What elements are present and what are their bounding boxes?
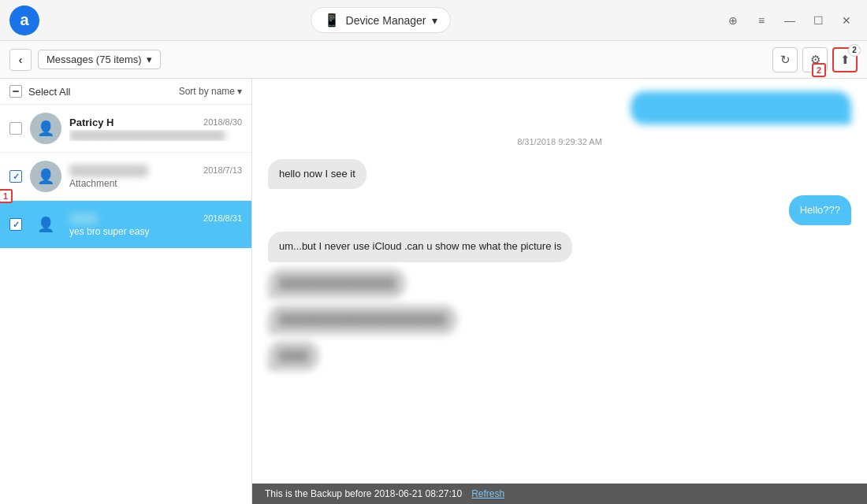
right-panel: 8/31/2018 9:29:32 AM hello now I see it … [252,79,867,504]
contact-info: ██████████ 2018/7/13 Attachment [69,165,242,189]
sort-button[interactable]: Sort by name ▾ [179,86,242,97]
contact-name: Patricy H [69,117,113,128]
titlebar: a 📱 Device Manager ▾ ⊕ ≡ — ☐ ✕ [0,0,867,41]
minus-icon [13,91,19,92]
contact-name: ██████████ [69,165,148,176]
contact-info: Patricy H 2018/8/30 ██████████ █████████… [69,117,242,141]
contact-item[interactable]: 👤 ██████████ 2018/7/13 Attachment 1 [0,153,251,201]
contact-preview: ██████████ ████████████ [69,130,242,141]
avatar: 👤 [30,209,61,240]
contact-item[interactable]: 👤 Patricy H 2018/8/30 ██████████ ███████… [0,105,251,153]
device-manager-label: Device Manager [346,14,426,27]
message-bubble: ███████████████████████ [268,305,457,335]
contact-checkbox[interactable] [9,122,22,135]
messages-label: Messages (75 items) [47,54,142,65]
annotation-label-1: 1 [0,189,13,203]
message-row: um...but I never use iCloud .can u show … [268,232,851,261]
export-badge: 2 [848,44,861,57]
device-icon: 📱 [324,13,340,28]
select-all-checkbox[interactable] [9,85,22,98]
contact-header: ███ 2018/8/31 [69,213,242,224]
select-all-bar: Select All Sort by name ▾ [0,79,251,105]
dropdown-arrow-icon: ▾ [147,54,152,65]
app-logo: a [9,6,39,35]
blurred-preview: ██████████ ████████████ [69,130,225,141]
message-bubble [631,91,851,124]
search-button[interactable]: ⊕ [722,9,744,32]
export-icon: ⬆ [840,53,850,67]
main-content: Select All Sort by name ▾ 👤 Patricy H 20… [0,79,867,504]
chat-area: 8/31/2018 9:29:32 AM hello now I see it … [252,79,867,484]
contact-date: 2018/8/31 [203,213,242,223]
chat-timestamp: 8/31/2018 9:29:32 AM [268,137,851,146]
maximize-button[interactable]: ☐ [807,9,829,32]
contact-preview: Attachment [69,178,242,189]
message-bubble: hello now I see it [268,159,367,189]
window-controls: ⊕ ≡ — ☐ ✕ [722,9,858,32]
status-message: This is the Backup before 2018-06-21 08:… [265,488,462,499]
left-panel: Select All Sort by name ▾ 👤 Patricy H 20… [0,79,252,504]
annotation-label-2: 2 [812,63,826,77]
message-bubble: ████ [268,341,319,371]
message-bubble: Hello??? [789,195,851,225]
message-row [268,91,851,124]
device-manager-button[interactable]: 📱 Device Manager ▾ [311,7,452,33]
refresh-button[interactable]: ↻ [772,47,798,72]
contact-item[interactable]: 👤 ███ 2018/8/31 yes bro super easy [0,201,251,249]
contact-list: 👤 Patricy H 2018/8/30 ██████████ ███████… [0,105,251,504]
message-bubble: um...but I never use iCloud .can u show … [268,232,572,261]
messages-dropdown[interactable]: Messages (75 items) ▾ [38,50,161,69]
select-all-label: Select All [28,86,70,98]
contact-header: ██████████ 2018/7/13 [69,165,242,176]
contact-name: ███ [69,213,98,224]
status-refresh-link[interactable]: Refresh [471,488,504,499]
titlebar-center: 📱 Device Manager ▾ [39,7,722,33]
close-button[interactable]: ✕ [835,9,858,32]
contact-header: Patricy H 2018/8/30 [69,117,242,128]
message-row: hello now I see it [268,159,851,189]
contact-checkbox[interactable] [9,170,22,183]
status-bar: This is the Backup before 2018-06-21 08:… [252,484,867,504]
message-row: Hello??? [268,195,851,225]
message-row: ███████████████████████ [268,305,851,335]
dropdown-arrow-icon: ▾ [432,14,437,27]
minimize-button[interactable]: — [779,9,801,32]
toolbar: ‹ Messages (75 items) ▾ ↻ ⚙ ⬆ 2 [0,41,867,79]
menu-button[interactable]: ≡ [750,9,772,32]
export-button[interactable]: ⬆ 2 [832,47,858,72]
contact-info: ███ 2018/8/31 yes bro super easy [69,213,242,237]
message-row: ████ [268,341,851,371]
back-button[interactable]: ‹ [9,49,32,71]
message-bubble: ████████████████ [268,269,406,298]
contact-preview: yes bro super easy [69,226,242,237]
message-row: ████████████████ [268,269,851,298]
contact-checkbox[interactable] [9,218,22,231]
avatar: 👤 [30,161,61,192]
contact-date: 2018/7/13 [203,165,242,175]
avatar: 👤 [30,113,61,144]
contact-date: 2018/8/30 [203,117,242,127]
